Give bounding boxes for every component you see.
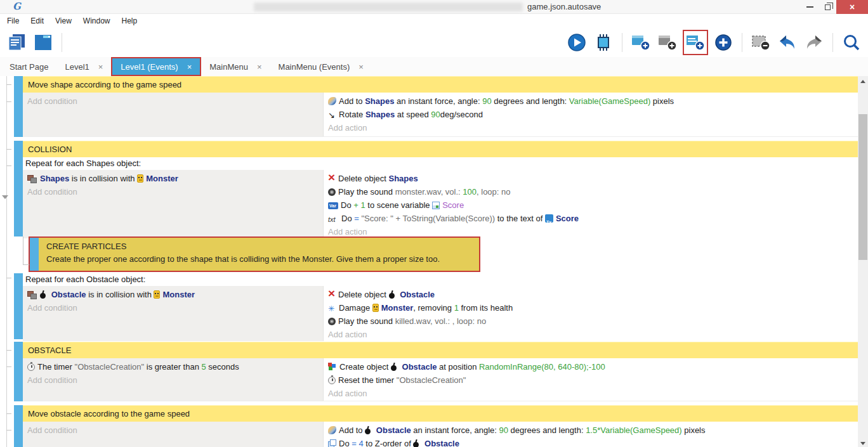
tab-mainmenu[interactable]: MainMenu × xyxy=(201,57,270,76)
tree-tick xyxy=(6,84,11,85)
toolbar-separator xyxy=(832,33,833,52)
action-row[interactable]: Delete object Shapes xyxy=(324,172,858,185)
play-icon[interactable] xyxy=(565,31,588,54)
event-handle[interactable] xyxy=(14,157,23,236)
events-sheet: Move shape according to the game speed A… xyxy=(0,76,868,447)
txt-icon xyxy=(328,214,339,223)
tab-close-icon[interactable]: × xyxy=(187,62,192,72)
condition-row[interactable]: Obstacle is in collision with Monster xyxy=(23,288,323,301)
add-condition-link[interactable]: Add condition xyxy=(23,424,323,437)
tab-bar: Start Page Level1 × Level1 (Events) × Ma… xyxy=(0,57,868,76)
action-row[interactable]: Create object Obstacle at position Rando… xyxy=(324,360,858,373)
scroll-up-icon[interactable] xyxy=(860,80,865,83)
comment-text[interactable]: Move obstacle according to the game spee… xyxy=(23,405,858,422)
add-action-link[interactable]: Add action xyxy=(324,121,858,134)
add-comment-icon[interactable] xyxy=(683,30,708,55)
comment-block[interactable]: Move obstacle according to the game spee… xyxy=(14,405,858,422)
add-condition-link[interactable]: Add condition xyxy=(23,373,323,387)
tree-tick xyxy=(6,430,11,431)
debug-icon[interactable] xyxy=(592,31,615,54)
comment-text[interactable]: OBSTACLE xyxy=(23,342,858,358)
tab-level1[interactable]: Level1 × xyxy=(56,57,111,76)
comment-block[interactable]: Move shape according to the game speed xyxy=(14,76,858,93)
add-event-icon[interactable] xyxy=(629,31,652,54)
tab-close-icon[interactable]: × xyxy=(358,62,364,72)
delete-icon xyxy=(328,290,336,299)
add-other-event-icon[interactable] xyxy=(712,31,735,54)
action-row[interactable]: Damage Monster, removing 1 from its heal… xyxy=(324,301,858,314)
restore-button[interactable] xyxy=(819,0,836,14)
add-condition-link[interactable]: Add condition xyxy=(23,185,323,198)
minimize-button[interactable] xyxy=(801,0,819,14)
tab-start-page[interactable]: Start Page xyxy=(1,57,56,76)
scroll-down-icon[interactable] xyxy=(860,442,865,445)
tree-tick xyxy=(6,149,11,150)
conditions-column: The timer "ObstacleCreation" is greater … xyxy=(23,358,324,401)
menu-edit[interactable]: Edit xyxy=(25,14,49,28)
event-handle[interactable] xyxy=(14,405,23,422)
condition-row[interactable]: Shapes is in collision with Monster xyxy=(23,172,323,185)
collision-icon xyxy=(27,174,37,183)
menu-window[interactable]: Window xyxy=(77,14,116,28)
action-row[interactable]: Play the sound killed.wav, vol.: , loop:… xyxy=(324,314,858,328)
obstacle-icon xyxy=(391,363,397,371)
monster-icon xyxy=(372,304,379,312)
menu-view[interactable]: View xyxy=(49,14,77,28)
selected-comment-block[interactable]: CREATE PARTICLES Create the proper one a… xyxy=(29,236,480,272)
action-row[interactable]: Reset the timer "ObstacleCreation" xyxy=(324,373,858,387)
add-action-link[interactable]: Add action xyxy=(324,387,858,400)
scrollbar-thumb[interactable] xyxy=(858,114,867,260)
comment-text[interactable]: COLLISION xyxy=(23,141,858,157)
tab-level1-events[interactable]: Level1 (Events) × xyxy=(111,57,201,76)
menu-file[interactable]: File xyxy=(1,14,25,28)
zorder-icon xyxy=(328,439,336,447)
action-row[interactable]: Add to Obstacle an instant force, angle:… xyxy=(324,424,858,437)
action-row[interactable]: Rotate Shapes at speed 90deg/second xyxy=(324,108,858,121)
add-condition-link[interactable]: Add condition xyxy=(23,94,323,108)
timer-icon xyxy=(328,377,336,384)
comment-text[interactable]: Move shape according to the game speed xyxy=(23,76,858,93)
repeat-header[interactable]: Repeat for each Shapes object: xyxy=(23,157,858,170)
project-manager-icon[interactable] xyxy=(5,31,28,54)
event-handle[interactable] xyxy=(14,273,23,339)
event-handle[interactable] xyxy=(14,76,23,93)
event-handle[interactable] xyxy=(14,141,23,157)
condition-row[interactable]: The timer "ObstacleCreation" is greater … xyxy=(23,360,323,373)
event-handle[interactable] xyxy=(14,93,23,137)
search-icon[interactable] xyxy=(840,31,863,54)
comment-block[interactable]: OBSTACLE xyxy=(14,342,858,358)
delete-event-icon[interactable] xyxy=(749,31,772,54)
tab-close-icon[interactable]: × xyxy=(98,62,103,72)
toolbar xyxy=(0,28,868,57)
close-button[interactable]: × xyxy=(836,0,868,14)
repeat-header[interactable]: Repeat for each Obstacle object: xyxy=(23,273,858,286)
start-scene-editor-icon[interactable] xyxy=(32,31,55,54)
event-handle[interactable] xyxy=(14,358,23,401)
comment-body[interactable]: CREATE PARTICLES Create the proper one a… xyxy=(39,238,479,271)
comment-block[interactable]: COLLISION xyxy=(14,141,858,157)
vertical-scrollbar[interactable] xyxy=(858,76,868,447)
menu-help[interactable]: Help xyxy=(116,14,143,28)
tree-tick xyxy=(6,101,11,102)
tab-mainmenu-events[interactable]: MainMenu (Events) × xyxy=(270,57,372,76)
event-handle[interactable] xyxy=(30,238,39,271)
event-handle[interactable] xyxy=(14,422,23,447)
action-row[interactable]: Do = "Score: " + ToString(Variable(Score… xyxy=(324,212,858,225)
action-row[interactable]: Do + 1 to scene variable Score xyxy=(324,198,858,212)
tree-tick xyxy=(6,413,11,414)
add-condition-link[interactable]: Add condition xyxy=(23,301,323,314)
fold-arrow-icon[interactable] xyxy=(2,195,8,199)
action-row[interactable]: Play the sound monster.wav, vol.: 100, l… xyxy=(324,185,858,198)
collision-icon xyxy=(27,290,37,299)
title-bar: G game.json.autosave × xyxy=(0,0,868,14)
tree-tick xyxy=(6,350,11,351)
tree-tick xyxy=(6,165,11,166)
undo-icon[interactable] xyxy=(776,31,799,54)
tab-close-icon[interactable]: × xyxy=(257,62,262,72)
action-row[interactable]: Do = 4 to Z-order of Obstacle xyxy=(324,437,858,447)
event-handle[interactable] xyxy=(14,342,23,358)
action-row[interactable]: Add to Shapes an instant force, angle: 9… xyxy=(324,94,858,108)
action-row[interactable]: Delete object Obstacle xyxy=(324,288,858,301)
redo-icon[interactable] xyxy=(803,31,825,54)
add-sub-event-icon[interactable] xyxy=(656,31,679,54)
